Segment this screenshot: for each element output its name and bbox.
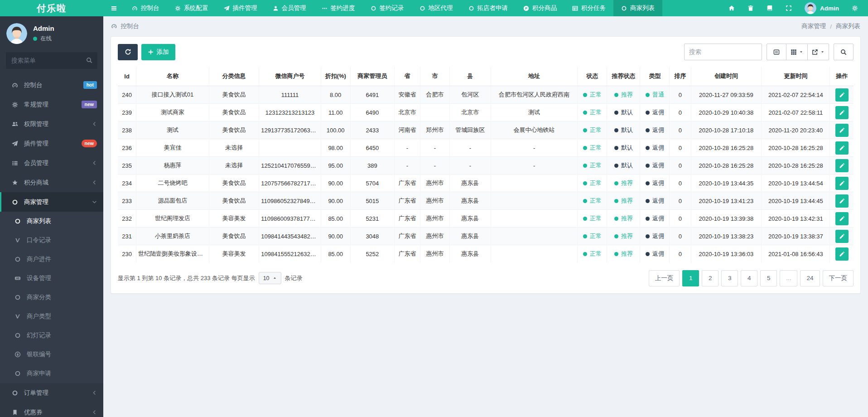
topnav-item-1[interactable]: 控制台 [124,0,167,16]
home-button[interactable] [722,0,741,16]
trash-button[interactable] [741,0,760,16]
column-header-类型[interactable]: 类型 [640,67,670,86]
sidebar-item-商户进件[interactable]: 商户进件 [0,250,103,269]
cell-county: - [449,139,491,157]
topnav-item-8[interactable]: 拓店者申请 [461,0,516,16]
edit-button[interactable] [835,212,849,225]
column-header-省[interactable]: 省 [395,67,420,86]
status-dot-icon [646,252,650,256]
topnav-item-9[interactable]: 积分商品 [516,0,564,16]
sidebar-item-label: 商家申请 [27,369,97,378]
cell-sort: 0 [670,86,691,104]
edit-button[interactable] [835,177,849,190]
sidebar-item-幻灯记录[interactable]: 幻灯记录 [0,326,103,345]
page-button-24[interactable]: 24 [800,270,820,286]
toolbar-export-button[interactable] [807,44,829,60]
topnav-item-3[interactable]: 插件管理 [216,0,265,16]
cell-recommend: 推荐 [607,86,640,104]
prev-page-button[interactable]: 上一页 [649,270,680,286]
user-menu[interactable]: Admin [798,2,845,14]
topnav-item-2[interactable]: 系统配置 [167,0,216,16]
cell-status: 正常 [578,210,607,228]
sidebar-item-插件管理[interactable]: 插件管理new [0,134,103,153]
menu-badge: hot [83,81,97,89]
edit-button[interactable] [835,230,849,243]
column-header-更新时间[interactable]: 更新时间 [762,67,830,86]
column-header-地址[interactable]: 地址 [491,67,578,86]
topnav-item-7[interactable]: 地区代理 [412,0,461,16]
refresh-button[interactable] [118,44,138,60]
topnav-item-4[interactable]: 会员管理 [265,0,314,16]
sidebar-item-商户类型[interactable]: 商户类型 [0,307,103,326]
edit-button[interactable] [835,159,849,172]
cell-manager: 389 [350,157,394,175]
sidebar-item-会员管理[interactable]: 会员管理 [0,153,103,173]
toolbar-columns-button[interactable] [786,44,808,60]
cell-province: - [395,139,420,157]
column-header-创建时间[interactable]: 创建时间 [691,67,762,86]
sidebar: Admin 在线 控制台hot常规管理new权限管理插件管理new会员管理积分商… [0,16,103,417]
ad-icon [14,275,21,281]
plus-icon [148,49,154,55]
sidebar-item-常规管理[interactable]: 常规管理new [0,95,103,114]
column-header-操作[interactable]: 操作 [830,67,854,86]
table-search-input[interactable] [684,44,762,60]
sidebar-item-订单管理[interactable]: 订单管理 [0,383,103,402]
sidebar-item-口令记录[interactable]: 口令记录 [0,231,103,250]
page-button-4[interactable]: 4 [741,270,757,286]
page-button-1[interactable]: 1 [682,270,699,286]
column-header-市[interactable]: 市 [420,67,449,86]
next-page-button[interactable]: 下一页 [823,270,854,286]
page-button-3[interactable]: 3 [721,270,738,286]
book-button[interactable] [760,0,779,16]
sidebar-item-商家申请[interactable]: 商家申请 [0,364,103,383]
sidebar-search-input[interactable] [6,52,97,69]
column-header-分类信息[interactable]: 分类信息 [209,67,259,86]
sidebar-item-商家分类[interactable]: 商家分类 [0,288,103,307]
top-navbar: 付乐啦 控制台系统配置插件管理会员管理签约进度签约记录地区代理拓店者申请积分商品… [0,0,868,16]
page-button-5[interactable]: 5 [760,270,777,286]
edit-button[interactable] [835,124,849,137]
settings-button[interactable] [845,0,864,16]
column-header-推荐状态[interactable]: 推荐状态 [607,67,640,86]
sidebar-item-商家管理[interactable]: 商家管理 [0,192,103,212]
edit-button[interactable] [835,88,849,102]
column-header-排序[interactable]: 排序 [670,67,691,86]
cell-name: 二号烧烤吧 [136,175,209,192]
cell-name: 测试商家 [136,104,209,121]
cell-city: - [420,139,449,157]
page-button-2[interactable]: 2 [702,270,719,286]
sidebar-item-设备管理[interactable]: 设备管理 [0,269,103,288]
sidebar-item-积分商城[interactable]: 积分商城 [0,173,103,192]
column-header-名称[interactable]: 名称 [136,67,209,86]
table-search-button[interactable] [834,44,854,60]
column-header-折扣(%)[interactable]: 折扣(%) [321,67,350,86]
topnav-item-5[interactable]: 签约进度 [314,0,363,16]
topnav-item-11[interactable]: 商家列表 [613,0,662,16]
edit-button[interactable] [835,247,849,261]
add-button[interactable]: 添加 [141,44,175,60]
dashboard-icon [132,5,138,11]
edit-button[interactable] [835,194,849,208]
sidebar-item-权限管理[interactable]: 权限管理 [0,114,103,134]
column-header-状态[interactable]: 状态 [578,67,607,86]
topnav-item-6[interactable]: 签约记录 [363,0,412,16]
recommend-badge: 推荐 [614,91,633,99]
toolbar-toggle-button[interactable] [767,44,786,60]
edit-button[interactable] [835,106,849,119]
sidebar-item-银联编号[interactable]: 银联编号 [0,345,103,364]
sidebar-item-控制台[interactable]: 控制台hot [0,75,103,95]
column-header-商家管理员[interactable]: 商家管理员 [350,67,394,86]
sidebar-item-商家列表[interactable]: 商家列表 [0,212,103,231]
column-header-县[interactable]: 县 [449,67,491,86]
topnav-item-10[interactable]: 积分任务 [564,0,613,16]
column-header-Id[interactable]: Id [118,67,136,86]
cell-id: 240 [118,86,136,104]
sidebar-toggle-button[interactable] [103,0,124,16]
page-size-select[interactable]: 10 [259,272,281,284]
column-header-微信商户号[interactable]: 微信商户号 [259,67,321,86]
sidebar-item-优惠券[interactable]: 优惠券 [0,402,103,417]
recommend-badge: 默认 [614,144,633,152]
expand-button[interactable] [779,0,798,16]
edit-button[interactable] [835,141,849,155]
